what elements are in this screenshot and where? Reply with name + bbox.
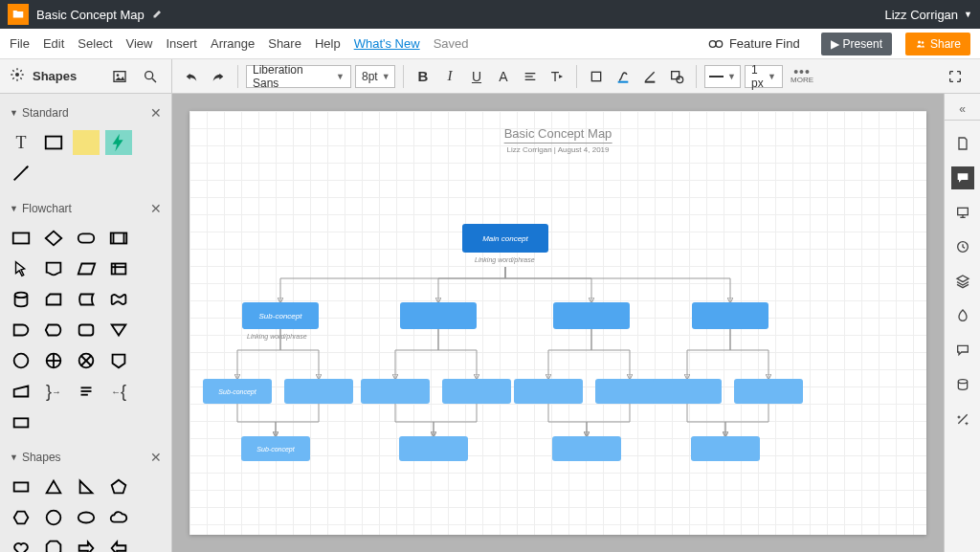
panel-layers-icon[interactable]: [951, 270, 974, 293]
close-group-icon[interactable]: ✕: [150, 201, 162, 216]
panel-data-icon[interactable]: [951, 373, 974, 396]
shape-sticky-note[interactable]: [73, 130, 100, 155]
group-header-shapes[interactable]: ▼ Shapes ✕: [0, 444, 171, 471]
flowchart-predefined[interactable]: [105, 226, 132, 251]
more-options-button[interactable]: ••• MORE: [787, 68, 817, 84]
shapes-config-icon[interactable]: [10, 67, 25, 85]
menu-edit[interactable]: Edit: [43, 36, 64, 51]
node-leaf-2[interactable]: [284, 379, 353, 404]
flowchart-document[interactable]: [40, 256, 67, 281]
node-leaf-8[interactable]: [734, 379, 803, 404]
share-button[interactable]: Share: [905, 33, 970, 55]
present-button[interactable]: ▶ Present: [821, 33, 892, 55]
collapse-right-panel[interactable]: «: [945, 98, 980, 121]
shape-rectangle[interactable]: [40, 130, 67, 155]
flowchart-summing[interactable]: [40, 348, 67, 373]
group-header-flowchart[interactable]: ▼ Flowchart ✕: [0, 195, 171, 222]
menu-arrange[interactable]: Arrange: [211, 36, 255, 51]
canvas-area[interactable]: Basic Concept Map Lizz Corrigan | August…: [172, 94, 944, 552]
basic-pentagon[interactable]: [105, 475, 132, 499]
border-color-button[interactable]: [612, 65, 635, 88]
flowchart-manual-input[interactable]: [8, 379, 34, 404]
flowchart-pointer[interactable]: [8, 256, 34, 281]
line-color-button[interactable]: [638, 65, 661, 88]
node-bottom-1[interactable]: Sub-concept: [241, 436, 310, 461]
align-button[interactable]: [519, 65, 542, 88]
flowchart-brace-left[interactable]: ←{: [105, 379, 132, 404]
node-sub-1[interactable]: Sub-concept: [242, 302, 319, 329]
document-title[interactable]: Basic Concept Map: [36, 8, 145, 22]
panel-paint-icon[interactable]: [951, 304, 974, 327]
flowchart-note[interactable]: [73, 379, 100, 404]
search-shapes-icon[interactable]: [139, 65, 162, 88]
node-leaf-7[interactable]: [653, 379, 722, 404]
group-header-standard[interactable]: ▼ Standard ✕: [0, 99, 171, 126]
panel-comment-icon[interactable]: [951, 166, 974, 189]
flowchart-offpage[interactable]: [105, 348, 132, 373]
flowchart-container[interactable]: [8, 409, 34, 434]
menu-insert[interactable]: Insert: [166, 36, 197, 51]
flowchart-process[interactable]: [8, 226, 34, 251]
redo-button[interactable]: [207, 65, 230, 88]
canvas-page[interactable]: Basic Concept Map Lizz Corrigan | August…: [189, 111, 926, 535]
flowchart-stored-data[interactable]: [73, 287, 100, 312]
basic-hexagon[interactable]: [8, 505, 34, 530]
flowchart-decision[interactable]: [40, 226, 67, 251]
shape-flash[interactable]: [105, 130, 132, 155]
basic-rectangle[interactable]: [8, 475, 34, 499]
node-sub-4[interactable]: [692, 302, 768, 329]
shape-options-button[interactable]: [665, 65, 688, 88]
bold-button[interactable]: B: [412, 65, 434, 88]
node-leaf-5[interactable]: [514, 379, 583, 404]
panel-history-icon[interactable]: [951, 235, 974, 258]
edit-title-icon[interactable]: [152, 8, 164, 22]
text-options-button[interactable]: T▸: [546, 65, 568, 88]
flowchart-database[interactable]: [8, 287, 34, 312]
flowchart-merge[interactable]: [105, 318, 132, 342]
node-leaf-3[interactable]: [361, 379, 430, 404]
panel-document-icon[interactable]: [951, 132, 974, 155]
basic-right-triangle[interactable]: [73, 475, 100, 499]
menu-help[interactable]: Help: [315, 36, 341, 51]
flowchart-or[interactable]: [73, 348, 100, 373]
folder-icon[interactable]: [8, 4, 29, 25]
font-size-select[interactable]: 8pt ▼: [355, 65, 395, 88]
underline-button[interactable]: U: [465, 65, 488, 88]
feature-find-button[interactable]: Feature Find: [708, 36, 800, 51]
fill-color-button[interactable]: [585, 65, 608, 88]
basic-circle[interactable]: [40, 505, 67, 530]
node-sub-2[interactable]: [400, 302, 477, 329]
basic-arrow-right[interactable]: [73, 536, 100, 552]
menu-file[interactable]: File: [10, 36, 30, 51]
basic-arrow-left[interactable]: [105, 536, 132, 552]
panel-chat-icon[interactable]: [951, 339, 974, 362]
basic-triangle[interactable]: [40, 475, 67, 499]
flowchart-display[interactable]: [40, 318, 67, 342]
node-bottom-4[interactable]: [691, 436, 760, 461]
flowchart-internal-storage[interactable]: [105, 256, 132, 281]
menu-share[interactable]: Share: [268, 36, 301, 51]
shape-text[interactable]: T: [8, 130, 34, 155]
close-group-icon[interactable]: ✕: [150, 450, 162, 465]
fullscreen-button[interactable]: [944, 65, 967, 88]
font-family-select[interactable]: Liberation Sans ▼: [246, 65, 351, 88]
node-sub-3[interactable]: [553, 302, 630, 329]
node-bottom-3[interactable]: [552, 436, 621, 461]
flowchart-connector[interactable]: [8, 348, 34, 373]
shape-arrow[interactable]: [8, 161, 34, 186]
line-style-select[interactable]: ▼: [704, 65, 741, 88]
panel-magic-icon[interactable]: [951, 408, 974, 431]
basic-ellipse[interactable]: [73, 505, 100, 530]
close-group-icon[interactable]: ✕: [150, 105, 162, 121]
basic-octagon[interactable]: [40, 536, 67, 552]
menu-whats-new[interactable]: What's New: [354, 36, 420, 51]
italic-button[interactable]: I: [438, 65, 461, 88]
user-menu[interactable]: Lizz Corrigan ▼: [884, 8, 972, 22]
line-width-select[interactable]: 1 px ▼: [745, 65, 783, 88]
flowchart-tape[interactable]: [105, 287, 132, 312]
flowchart-brace-right[interactable]: }→: [40, 379, 67, 404]
image-icon[interactable]: [108, 65, 131, 88]
menu-view[interactable]: View: [126, 36, 153, 51]
flowchart-card[interactable]: [40, 287, 67, 312]
undo-button[interactable]: [180, 65, 203, 88]
